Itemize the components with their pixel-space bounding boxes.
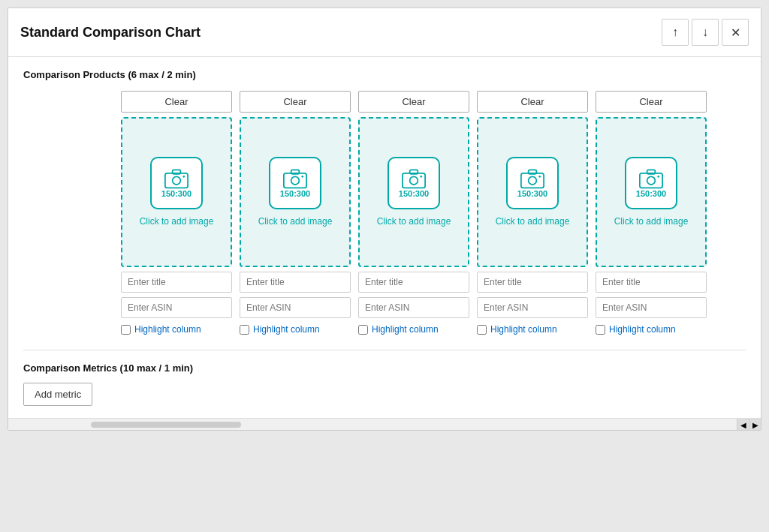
svg-point-9 [410, 176, 418, 185]
image-dim-3: 150:300 [517, 189, 547, 198]
close-button[interactable]: ✕ [722, 19, 749, 46]
image-dim-1: 150:300 [280, 189, 310, 198]
main-panel: Standard Comparison Chart ↑ ↓ ✕ Comparis… [8, 8, 761, 431]
camera-icon-0 [164, 168, 188, 189]
highlight-label-4[interactable]: Highlight column [609, 324, 676, 335]
camera-icon-box-3: 150:300 [506, 157, 559, 209]
asin-input-4[interactable] [596, 297, 707, 318]
svg-rect-16 [640, 173, 662, 188]
highlight-label-0[interactable]: Highlight column [134, 324, 201, 335]
highlight-checkbox-3[interactable] [477, 325, 487, 335]
title-input-4[interactable] [596, 272, 707, 293]
title-input-2[interactable] [358, 272, 469, 293]
clear-button-3[interactable]: Clear [477, 91, 588, 113]
highlight-row-3: Highlight column [477, 324, 588, 335]
svg-rect-18 [647, 170, 656, 173]
click-to-add-0: Click to add image [140, 215, 214, 228]
comparison-products-label: Comparison Products (6 max / 2 min) [23, 69, 746, 80]
product-column-2: Clear 150:300 Click to add image [358, 91, 469, 335]
svg-rect-8 [403, 173, 425, 188]
image-placeholder-3[interactable]: 150:300 Click to add image [477, 117, 588, 267]
add-metric-button[interactable]: Add metric [23, 383, 92, 406]
clear-button-2[interactable]: Clear [358, 91, 469, 113]
image-dim-2: 150:300 [399, 189, 429, 198]
product-column-4: Clear 150:300 Click to add image [596, 91, 707, 335]
product-column-1: Clear 150:300 Click to add image [240, 91, 351, 335]
camera-icon-4 [639, 168, 663, 189]
highlight-checkbox-4[interactable] [596, 325, 605, 335]
highlight-label-1[interactable]: Highlight column [253, 324, 320, 335]
svg-point-3 [182, 176, 185, 178]
highlight-checkbox-1[interactable] [240, 325, 249, 335]
click-to-add-1: Click to add image [258, 215, 333, 228]
svg-rect-2 [173, 170, 181, 173]
svg-rect-4 [284, 173, 306, 188]
image-placeholder-4[interactable]: 150:300 Click to add image [596, 117, 707, 267]
highlight-row-0: Highlight column [121, 324, 232, 335]
move-up-button[interactable]: ↑ [662, 19, 689, 46]
panel-actions: ↑ ↓ ✕ [662, 19, 749, 46]
asin-input-0[interactable] [121, 297, 232, 318]
svg-rect-10 [410, 170, 418, 173]
svg-point-17 [647, 176, 656, 185]
asin-input-3[interactable] [477, 297, 588, 318]
svg-point-13 [529, 176, 537, 185]
title-input-3[interactable] [477, 272, 588, 293]
product-column-3: Clear 150:300 Click to add image [477, 91, 588, 335]
panel-title: Standard Comparison Chart [20, 25, 201, 41]
clear-button-4[interactable]: Clear [596, 91, 707, 113]
highlight-row-4: Highlight column [596, 324, 707, 335]
scrollbar-nav: ◀ ▶ [737, 419, 761, 430]
camera-icon-box-2: 150:300 [388, 157, 440, 209]
click-to-add-3: Click to add image [496, 215, 570, 228]
highlight-checkbox-2[interactable] [358, 325, 368, 335]
svg-point-11 [420, 176, 422, 178]
highlight-checkbox-0[interactable] [121, 325, 131, 335]
svg-point-15 [538, 176, 541, 178]
svg-rect-12 [521, 173, 544, 188]
click-to-add-2: Click to add image [377, 215, 451, 228]
svg-rect-14 [529, 170, 537, 173]
scrollbar-thumb[interactable] [91, 422, 241, 428]
move-down-button[interactable]: ↓ [692, 19, 719, 46]
product-column-0: Clear 150:300 Click to add image [121, 91, 232, 335]
image-dim-4: 150:300 [636, 189, 666, 198]
image-placeholder-0[interactable]: 150:300 Click to add image [121, 117, 232, 267]
highlight-label-3[interactable]: Highlight column [490, 324, 557, 335]
camera-icon-3 [520, 168, 544, 189]
panel-body: Comparison Products (6 max / 2 min) Clea… [8, 57, 761, 418]
camera-icon-1 [283, 168, 307, 189]
svg-point-19 [657, 176, 659, 178]
camera-icon-box-1: 150:300 [269, 157, 321, 209]
asin-input-2[interactable] [358, 297, 469, 318]
comparison-metrics-label: Comparison Metrics (10 max / 1 min) [23, 362, 746, 374]
title-input-1[interactable] [240, 272, 351, 293]
columns-container: Clear 150:300 Click to add image [121, 91, 746, 335]
click-to-add-4: Click to add image [614, 215, 689, 228]
title-input-0[interactable] [121, 272, 232, 293]
panel-header: Standard Comparison Chart ↑ ↓ ✕ [8, 8, 761, 57]
svg-point-7 [301, 176, 303, 178]
scroll-right-arrow[interactable]: ▶ [749, 419, 761, 430]
camera-icon-box-4: 150:300 [625, 157, 677, 209]
camera-icon-2 [402, 168, 426, 189]
asin-input-1[interactable] [240, 297, 351, 318]
svg-rect-6 [291, 170, 300, 173]
svg-point-5 [291, 176, 300, 185]
svg-point-1 [173, 176, 181, 185]
comparison-metrics-section: Comparison Metrics (10 max / 1 min) Add … [23, 350, 746, 406]
highlight-row-2: Highlight column [358, 324, 469, 335]
highlight-row-1: Highlight column [240, 324, 351, 335]
highlight-label-2[interactable]: Highlight column [372, 324, 439, 335]
horizontal-scrollbar[interactable]: ◀ ▶ [8, 418, 761, 430]
scroll-left-arrow[interactable]: ◀ [737, 419, 749, 430]
svg-rect-0 [165, 173, 188, 188]
image-dim-0: 150:300 [161, 189, 191, 198]
image-placeholder-2[interactable]: 150:300 Click to add image [358, 117, 469, 267]
camera-icon-box-0: 150:300 [150, 157, 203, 209]
clear-button-1[interactable]: Clear [240, 91, 351, 113]
image-placeholder-1[interactable]: 150:300 Click to add image [240, 117, 351, 267]
clear-button-0[interactable]: Clear [121, 91, 232, 113]
